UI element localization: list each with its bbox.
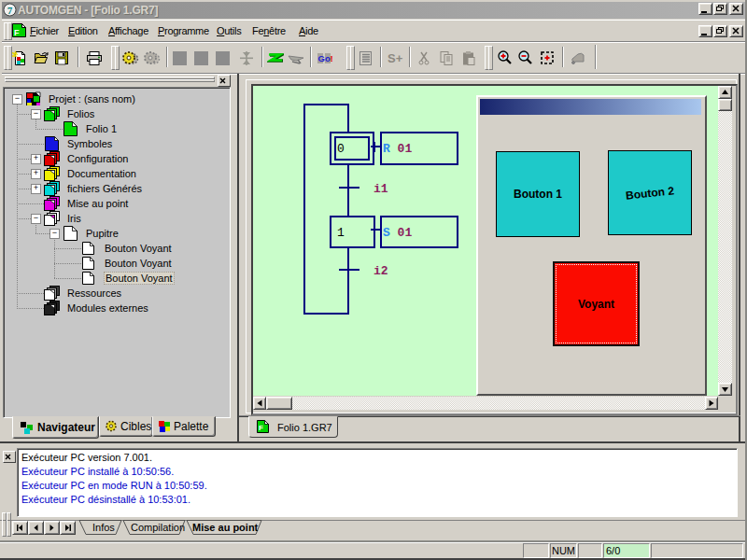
svg-text:F: F bbox=[259, 424, 263, 432]
svg-text:0: 0 bbox=[337, 142, 345, 156]
svg-text:Compilation: Compilation bbox=[131, 522, 185, 533]
svg-text:1: 1 bbox=[337, 226, 345, 240]
svg-text:R 01: R 01 bbox=[383, 142, 412, 156]
svg-text:i1: i1 bbox=[374, 182, 388, 196]
svg-text:i2: i2 bbox=[374, 264, 388, 278]
svg-text:Infos: Infos bbox=[92, 522, 115, 533]
svg-text:S 01: S 01 bbox=[383, 226, 412, 240]
svg-text:Go: Go bbox=[318, 53, 331, 63]
svg-text:S+: S+ bbox=[388, 51, 403, 65]
svg-text:Mise au point: Mise au point bbox=[192, 522, 259, 533]
svg-text:F: F bbox=[14, 28, 20, 37]
svg-text:7: 7 bbox=[7, 5, 13, 16]
svg-text:!: ! bbox=[331, 53, 333, 63]
